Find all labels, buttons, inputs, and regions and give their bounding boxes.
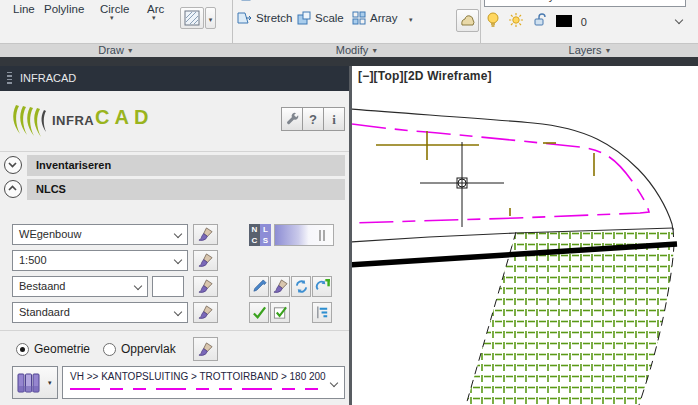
layers-panel-label-text: Layers (569, 44, 602, 56)
apply-style-button[interactable] (270, 276, 290, 297)
discipline-value: WEgenbouw (19, 228, 81, 240)
layer-row: 0 (486, 11, 690, 32)
palette-titlebar[interactable]: INFRACAD (0, 66, 349, 91)
line-button[interactable]: Line (10, 2, 38, 16)
nlcs-logo-letter: N (249, 224, 260, 235)
infracad-palette: INFRACAD INFRA CAD ? i (0, 66, 352, 405)
modify-panel-caret: ▼ (371, 47, 378, 54)
confirm-all-button[interactable] (270, 302, 290, 323)
status-chevron (134, 282, 142, 290)
stretch-icon (237, 11, 252, 27)
discipline-chevron (174, 230, 182, 238)
copy-button[interactable]: Copy (237, 0, 282, 3)
refresh-button[interactable] (291, 276, 311, 297)
nlcs-logo: N L C S (249, 224, 271, 246)
circle-flyout-caret[interactable]: ▾ (110, 14, 114, 22)
inventariseren-toggle[interactable] (4, 156, 22, 174)
discipline-paint-button[interactable] (193, 224, 218, 245)
modify-panel-label-text: Modify (336, 44, 368, 56)
modify-panel-label[interactable]: Modify▼ (234, 43, 480, 57)
radio-paint-button[interactable] (193, 337, 218, 361)
confirm-button[interactable] (249, 302, 269, 323)
drawing-geometry (352, 66, 698, 405)
status-extra-box[interactable] (152, 276, 184, 297)
palette-grip[interactable] (7, 72, 12, 85)
wrench-icon (285, 112, 300, 127)
draw-panel-label[interactable]: Draw▼ (0, 43, 232, 57)
fillet-icon (355, 0, 369, 3)
layer-dropdown-chevron[interactable] (675, 16, 683, 24)
layer-state-value: Unsaved Layer State (490, 0, 593, 2)
geometrie-radio-label: Geometrie (34, 342, 90, 356)
help-label: ? (309, 112, 317, 127)
drawing-viewport[interactable]: [−][Top][2D Wireframe] (352, 66, 698, 405)
array-flyout-caret[interactable]: ▾ (409, 16, 413, 24)
status-value: Bestaand (19, 280, 65, 292)
scale-value: 1:500 (19, 254, 47, 266)
nlcs-logo-letter: L (260, 224, 271, 235)
reload-add-button[interactable] (312, 276, 332, 297)
modify-extra-button[interactable] (456, 9, 479, 32)
hatch-caret: ▾ (209, 16, 213, 23)
pick-button[interactable] (249, 276, 269, 297)
oppervlak-radio[interactable] (103, 343, 116, 356)
layer-tree-button[interactable] (312, 302, 332, 323)
draw-panel-caret: ▼ (127, 47, 134, 54)
paintbrush-icon (273, 279, 288, 294)
standard-combo[interactable]: Standaard (12, 302, 188, 323)
stretch-button[interactable]: Stretch (237, 11, 292, 27)
nlcs-code-combo[interactable]: VH >> KANTOPSLUITING > TROTTOIRBAND > 18… (62, 366, 345, 399)
sun-icon[interactable] (508, 12, 524, 32)
section-inventariseren[interactable]: Inventariseren (27, 155, 345, 176)
hatch-button[interactable] (180, 7, 204, 29)
array-button[interactable]: Array (352, 11, 397, 27)
logo-text-infra: INFRA (52, 113, 94, 128)
bulb-icon[interactable] (486, 11, 500, 33)
draw-panel-label-text: Draw (98, 44, 124, 56)
layer-color-swatch[interactable] (556, 13, 572, 31)
status-paint-button[interactable] (193, 276, 218, 297)
check-icon (252, 305, 267, 320)
polyline-button[interactable]: Polyline (41, 2, 87, 16)
circle-button[interactable]: Circle (97, 2, 132, 16)
layers-panel-label[interactable]: Layers▼ (482, 43, 698, 57)
scale-paint-button[interactable] (193, 250, 218, 271)
standard-chevron (174, 308, 182, 316)
scale-chevron (174, 256, 182, 264)
paintbrush-icon (198, 305, 213, 320)
paintbrush-icon (198, 227, 213, 242)
viewport-controls-label[interactable]: [−][Top][2D Wireframe] (358, 69, 492, 83)
help-button[interactable]: ? (302, 107, 324, 131)
geometrie-radio[interactable] (16, 343, 29, 356)
arc-flyout-caret[interactable]: ▾ (152, 14, 156, 22)
mirror-button[interactable]: Mirror (295, 0, 343, 3)
unlock-icon[interactable] (533, 12, 548, 32)
library-button[interactable]: ▾ (12, 366, 58, 399)
hatch-icon (181, 8, 203, 28)
copy-icon (237, 0, 251, 3)
checkbox-check-icon (273, 305, 288, 320)
layer-tree-icon (315, 305, 330, 320)
section-nlcs[interactable]: NLCS (27, 179, 345, 200)
scale-button[interactable]: Scale (297, 11, 344, 27)
info-icon: i (332, 112, 336, 127)
divider (0, 330, 349, 331)
slider-handle[interactable] (319, 230, 321, 241)
discipline-combo[interactable]: WEgenbouw (12, 224, 188, 245)
nlcs-code-chevron (330, 379, 338, 387)
hatch-flyout-button[interactable]: ▾ (205, 7, 216, 29)
fillet-button[interactable]: Fillet (355, 0, 397, 3)
settings-button[interactable] (281, 107, 303, 131)
layer-state-combo[interactable]: Unsaved Layer State (484, 0, 686, 7)
ribbon: Line Polyline Circle ▾ Arc ▾ ▾ Copy Mirr… (0, 0, 698, 57)
scale-combo[interactable]: 1:500 (12, 250, 188, 271)
nlcs-code-value: VH >> KANTOPSLUITING > TROTTOIRBAND > 18… (70, 371, 326, 382)
status-combo[interactable]: Bestaand (12, 276, 148, 297)
stretch-label: Stretch (256, 12, 292, 24)
info-button[interactable]: i (323, 107, 345, 131)
standard-value: Standaard (19, 306, 70, 318)
standard-paint-button[interactable] (193, 302, 218, 323)
nlcs-toggle[interactable] (4, 180, 22, 198)
linetype-preview (70, 386, 320, 392)
transparency-slider[interactable] (274, 224, 334, 246)
